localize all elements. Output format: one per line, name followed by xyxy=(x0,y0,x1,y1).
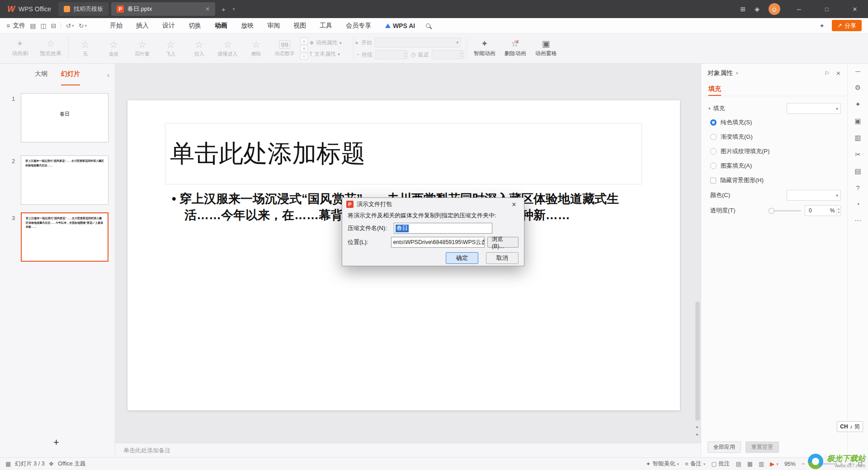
tab-slides[interactable]: 幻灯片 xyxy=(61,64,80,85)
slider-thumb[interactable] xyxy=(769,208,774,214)
close-tab-icon[interactable]: ✕ xyxy=(199,6,210,12)
transparency-slider[interactable] xyxy=(769,210,801,212)
zoom-level[interactable]: 95% xyxy=(784,461,796,467)
spin-up-icon[interactable]: ▴ xyxy=(838,207,840,211)
animation-property-button[interactable]: ❖ 动画属性 ▾ xyxy=(309,39,351,47)
chart-icon[interactable]: ▥ xyxy=(854,134,861,142)
tab-outline[interactable]: 大纲 xyxy=(35,64,47,85)
print-icon[interactable]: ⊟ xyxy=(51,22,57,29)
gallery-up-icon[interactable]: ▴ xyxy=(300,38,308,44)
collapse-strip-icon[interactable]: ─ xyxy=(855,67,860,75)
location-input[interactable]: ents\WPSDrive\684859195\WPS云盘 xyxy=(391,237,484,248)
tab-review[interactable]: 审阅 xyxy=(260,18,287,33)
spin-up-icon[interactable]: ▴ xyxy=(405,51,407,55)
play-slideshow-button[interactable]: ▶▾ xyxy=(770,461,778,467)
slide-thumbnail-2[interactable]: 穿上汉服来一场沉浸式“国风赏花”……去川西赏梨花同时深入藏区体验地道藏式生活…… xyxy=(21,155,108,205)
anim-slow-enter[interactable]: ☆缓慢进入 xyxy=(213,33,242,63)
output-icon[interactable]: ◫ xyxy=(40,22,46,29)
window-minimize-button[interactable]: ─ xyxy=(789,0,808,18)
delay-spinner[interactable]: ▴▾ xyxy=(432,50,464,59)
settings-gear-icon[interactable]: ⚙ xyxy=(855,84,861,92)
fill-section-header[interactable]: ▾ 填充 ▾ xyxy=(708,102,841,115)
effects-star-icon[interactable]: ✦ xyxy=(855,100,861,108)
spin-down-icon[interactable]: ▾ xyxy=(461,55,463,58)
more-ellipsis-icon[interactable]: ⋯ xyxy=(854,216,861,225)
anim-none[interactable]: ☆无 xyxy=(71,33,99,63)
redo-chevron-icon[interactable]: ▾ xyxy=(85,24,87,28)
anim-wipe[interactable]: ☆擦除 xyxy=(242,33,270,63)
promotions-icon[interactable]: ◈ xyxy=(755,5,760,13)
tab-tools[interactable]: 工具 xyxy=(313,18,339,33)
anim-box[interactable]: ☆盒状 xyxy=(99,33,128,63)
tab-fill[interactable]: 填充 xyxy=(708,83,721,96)
previous-slide-icon[interactable]: ▴ xyxy=(694,423,700,429)
text-property-button[interactable]: T 文本属性 ▾ xyxy=(309,50,351,58)
new-tab-icon[interactable]: + xyxy=(222,5,226,13)
tab-member[interactable]: 会员专享 xyxy=(339,18,378,33)
transparency-input[interactable]: 0 % ▴▾ xyxy=(805,205,841,216)
ime-indicator[interactable]: CH ♪ 简 xyxy=(837,421,863,432)
duration-spinner[interactable]: ▴▾ xyxy=(375,50,408,59)
anim-blinds[interactable]: ☆百叶窗 xyxy=(128,33,156,63)
anim-fly-in[interactable]: ☆飞入 xyxy=(156,33,185,63)
anim-dynamic-number[interactable]: 99动态数字 xyxy=(270,33,299,63)
crop-scissors-icon[interactable]: ✂ xyxy=(855,150,861,159)
spin-up-icon[interactable]: ▴ xyxy=(461,51,463,55)
dialog-close-icon[interactable]: ✕ xyxy=(508,201,520,208)
vertical-scrollbar[interactable] xyxy=(695,301,700,421)
share-button[interactable]: ↗ 分享 xyxy=(832,20,862,31)
notes-bar[interactable]: 单击此处添加备注 xyxy=(115,443,701,457)
layout-icon[interactable]: ▣ xyxy=(854,117,861,125)
option-pattern-fill[interactable]: 图案填充(A) xyxy=(708,159,841,173)
tab-view[interactable]: 视图 xyxy=(287,18,313,33)
ok-button[interactable]: 确定 xyxy=(446,252,478,264)
title-placeholder[interactable]: 单击此处添加标题 xyxy=(165,123,642,184)
window-close-button[interactable]: ✕ xyxy=(845,0,864,18)
window-maximize-button[interactable]: □ xyxy=(817,0,836,18)
start-select[interactable]: ▾ xyxy=(375,38,461,47)
clock-icon[interactable]: ◔ xyxy=(856,200,860,208)
wps-ai-button[interactable]: WPS AI xyxy=(385,22,415,29)
user-avatar[interactable]: ☺ xyxy=(769,3,780,15)
filename-input[interactable]: 春日 xyxy=(394,223,492,234)
slide-thumbnail-3-selected[interactable]: 穿上汉服来一场沉浸式“国风赏花”……去川西赏梨花同时深入藏区体验地道藏式生活……… xyxy=(21,212,108,262)
fill-preset-select[interactable]: ▾ xyxy=(787,103,841,114)
zoom-out-icon[interactable]: − xyxy=(802,461,805,467)
close-panel-icon[interactable]: ✕ xyxy=(836,70,841,77)
add-slide-button[interactable]: + xyxy=(53,437,59,448)
browse-button[interactable]: 浏览(B)... xyxy=(487,237,519,248)
notes-button[interactable]: ≡备注▾ xyxy=(685,460,705,468)
comments-button[interactable]: ▢批注 xyxy=(711,460,730,468)
option-solid-fill[interactable]: 纯色填充(S) xyxy=(708,115,841,130)
file-menu[interactable]: ≡ 文件 xyxy=(6,22,25,30)
smart-beautify-button[interactable]: ✦智能美化▾ xyxy=(646,460,679,468)
apps-grid-icon[interactable]: ⊞ xyxy=(740,5,745,13)
grid-icon[interactable]: ▦ xyxy=(5,461,11,467)
tab-transition[interactable]: 切换 xyxy=(182,18,208,33)
animation-brush-button[interactable]: ✦ 动画刷 xyxy=(5,33,35,63)
tab-home[interactable]: 开始 xyxy=(103,18,129,33)
save-icon[interactable]: ▤ xyxy=(30,22,36,29)
reset-background-button[interactable]: 重置背景 xyxy=(745,442,779,453)
theme-brush-icon[interactable]: ✦ xyxy=(819,22,825,29)
animation-pane-button[interactable]: ▣ 动画窗格 xyxy=(531,33,561,63)
option-picture-texture-fill[interactable]: 图片或纹理填充(P) xyxy=(708,144,841,159)
anim-cut-in[interactable]: ☆切入 xyxy=(185,33,213,63)
slide-thumbnail-1[interactable]: 春日 xyxy=(21,93,108,142)
gallery-more-icon[interactable]: ≡ xyxy=(300,53,308,60)
cancel-button[interactable]: 取消 xyxy=(486,252,519,264)
search-icon[interactable] xyxy=(426,24,430,28)
apply-all-button[interactable]: 全部应用 xyxy=(708,442,741,453)
tab-design[interactable]: 设计 xyxy=(156,18,182,33)
help-icon[interactable]: ? xyxy=(856,184,859,192)
color-select[interactable]: ▾ xyxy=(787,190,841,201)
pin-icon[interactable]: ⚐ xyxy=(824,70,830,77)
tab-list-chevron-icon[interactable]: ▾ xyxy=(233,7,235,11)
reading-book-icon[interactable]: ▤ xyxy=(854,167,861,175)
spin-down-icon[interactable]: ▾ xyxy=(838,211,840,214)
tab-slideshow[interactable]: 放映 xyxy=(234,18,260,33)
option-gradient-fill[interactable]: 渐变填充(G) xyxy=(708,130,841,144)
app-tab[interactable]: W WPS Office xyxy=(0,0,58,18)
collapse-panel-icon[interactable]: ‹ xyxy=(107,71,109,79)
template-store-tab[interactable]: 找稻壳模板 xyxy=(58,2,108,16)
